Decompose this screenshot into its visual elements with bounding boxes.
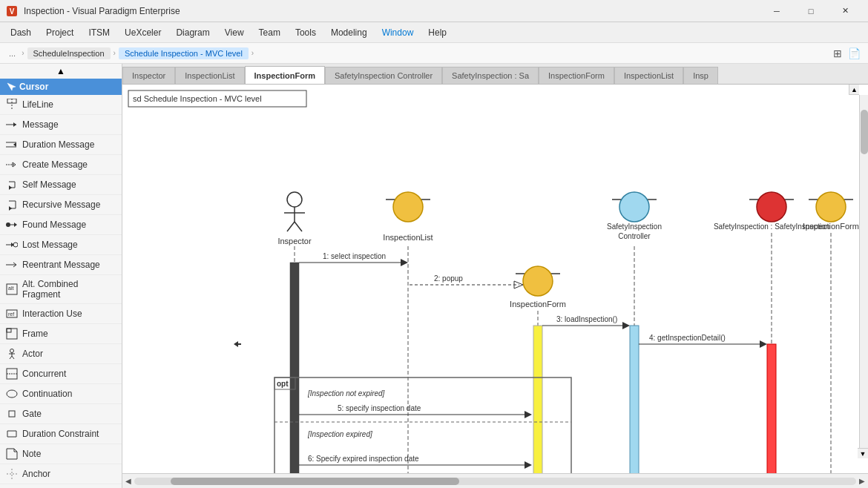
menu-diagram[interactable]: Diagram: [168, 24, 217, 41]
sidebar-item-found-message[interactable]: Found Message: [0, 215, 122, 235]
window-controls: ─ □ ✕: [760, 0, 862, 22]
tab-insp[interactable]: Insp: [683, 67, 718, 84]
lifeline-inspector: Inspector: [277, 192, 312, 473]
menu-project[interactable]: Project: [39, 24, 81, 41]
svg-point-75: [816, 192, 846, 222]
close-button[interactable]: ✕: [828, 0, 862, 22]
lifeline-inspectionform: InspectionForm: [510, 266, 566, 473]
vertical-scrollbar[interactable]: [859, 95, 868, 448]
svg-rect-27: [7, 329, 11, 332]
breadcrumb-schedule-inspection[interactable]: ScheduleInspection: [27, 47, 111, 59]
tab-safetyinspection-sa[interactable]: SafetyInspection : Sa: [442, 67, 539, 84]
scroll-right-btn[interactable]: ▶: [859, 477, 865, 485]
menu-team[interactable]: Team: [251, 24, 288, 41]
sidebar-item-duration-constraint[interactable]: Duration Constraint: [0, 424, 122, 444]
tab-inspectionform-2[interactable]: InspectionForm: [539, 67, 614, 84]
svg-point-55: [393, 192, 423, 222]
svg-text:ref: ref: [8, 311, 14, 317]
sidebar-item-alt-fragment[interactable]: alt Alt. Combined Fragment: [0, 275, 122, 304]
content-area: Inspector InspectionList InspectionForm …: [122, 64, 868, 488]
sidebar-item-concurrent[interactable]: Concurrent: [0, 364, 122, 384]
concurrent-icon: [6, 368, 18, 380]
found-message-label: Found Message: [22, 220, 86, 230]
sidebar-item-constraint[interactable]: {c} Constraint: [0, 484, 122, 488]
tab-inspectionlist-1[interactable]: InspectionList: [175, 67, 244, 84]
sidebar-item-recursive-message[interactable]: Recursive Message: [0, 195, 122, 215]
scroll-up-btn[interactable]: ▲: [849, 85, 859, 95]
svg-marker-5: [13, 122, 16, 127]
message-label: Message: [22, 119, 59, 130]
diagram-icon-1[interactable]: ⊞: [832, 46, 844, 61]
sidebar-item-duration-message[interactable]: Duration Message: [0, 135, 122, 155]
svg-point-28: [10, 349, 14, 353]
sidebar-item-lifeline[interactable]: LifeLine: [0, 95, 122, 115]
cursor-icon: [6, 82, 16, 92]
sidebar-scroll-up[interactable]: ▲: [0, 64, 122, 79]
menu-tools[interactable]: Tools: [288, 24, 323, 41]
tab-inspectionform-1[interactable]: InspectionForm: [245, 66, 326, 84]
lifeline-label: LifeLine: [22, 99, 53, 110]
sidebar-item-message[interactable]: Message: [0, 115, 122, 135]
sidebar-item-reentrant-message[interactable]: Reentrant Message: [0, 255, 122, 275]
svg-text:6: Specify expired inspection : 6: Specify expired inspection date: [308, 455, 419, 463]
tab-inspector[interactable]: Inspector: [122, 67, 175, 84]
svg-text:[Inspection not expired]: [Inspection not expired]: [307, 389, 385, 398]
svg-point-13: [6, 222, 10, 227]
sidebar-item-create-message[interactable]: Create Message: [0, 155, 122, 175]
maximize-button[interactable]: □: [794, 0, 828, 22]
menu-help[interactable]: Help: [421, 24, 454, 41]
tab-inspectionlist-2[interactable]: InspectionList: [614, 67, 683, 84]
sidebar-item-frame[interactable]: Frame: [0, 324, 122, 344]
svg-marker-11: [9, 185, 12, 190]
menubar: Dash Project ITSM UeXceler Diagram View …: [0, 22, 868, 43]
frame-label: Frame: [22, 329, 48, 339]
minimize-button[interactable]: ─: [760, 0, 794, 22]
tab-safetyinspection-controller[interactable]: SafetyInspection Controller: [325, 67, 442, 84]
menu-itsm[interactable]: ITSM: [81, 24, 117, 41]
create-message-label: Create Message: [22, 159, 88, 170]
sidebar-item-gate[interactable]: Gate: [0, 404, 122, 424]
concurrent-label: Concurrent: [22, 369, 66, 379]
scroll-down-btn[interactable]: ▼: [858, 448, 868, 458]
svg-rect-62: [533, 326, 542, 473]
menu-window[interactable]: Window: [375, 24, 421, 41]
svg-text:[Inspection expired]: [Inspection expired]: [307, 430, 372, 438]
svg-text:opt: opt: [277, 380, 289, 388]
menu-dash[interactable]: Dash: [3, 24, 39, 41]
svg-marker-83: [401, 259, 408, 266]
lifeline-safetyinspection-controller: SafetyInspection Controller: [607, 192, 662, 473]
bottom-scrollbar[interactable]: ◀ ▶: [122, 473, 868, 488]
diagram-icon-2[interactable]: 📄: [846, 46, 862, 61]
menu-uexceler[interactable]: UeXceler: [117, 24, 168, 41]
svg-rect-26: [7, 329, 17, 339]
recursive-message-icon: [6, 199, 18, 211]
svg-rect-68: [630, 326, 639, 473]
scroll-track[interactable]: [134, 478, 856, 485]
self-message-icon: [6, 179, 18, 191]
svg-line-32: [12, 356, 14, 359]
sidebar-item-lost-message[interactable]: Lost Message: [0, 235, 122, 255]
breadcrumb-mvc-level[interactable]: Schedule Inspection - MVC level: [119, 47, 249, 59]
svg-marker-104: [525, 461, 532, 469]
sidebar-item-self-message[interactable]: Self Message: [0, 175, 122, 195]
reentrant-message-label: Reentrant Message: [22, 260, 100, 270]
menu-modeling[interactable]: Modeling: [323, 24, 375, 41]
menu-view[interactable]: View: [217, 24, 251, 41]
svg-marker-101: [525, 411, 532, 418]
interaction-use-label: Interaction Use: [22, 309, 82, 319]
titlebar: V Inspection - Visual Paradigm Enterpris…: [0, 0, 868, 22]
svg-text:SafetyInspection: SafetyInspection: [607, 222, 662, 231]
sidebar-item-note[interactable]: Note: [0, 444, 122, 464]
sidebar-item-actor[interactable]: Actor: [0, 344, 122, 364]
window-title: Inspection - Visual Paradigm Enterprise: [24, 6, 760, 16]
scroll-left-btn[interactable]: ◀: [125, 477, 131, 485]
diagram-area[interactable]: ▲ ▼ sd Schedule Inspection - MVC level: [122, 85, 868, 473]
scroll-thumb[interactable]: [171, 478, 459, 485]
breadcrumb-nav[interactable]: ...: [6, 47, 19, 59]
sidebar-item-continuation[interactable]: Continuation: [0, 384, 122, 404]
note-icon: [6, 448, 18, 460]
sidebar-item-anchor[interactable]: Anchor: [0, 464, 122, 484]
sidebar-item-interaction-use[interactable]: ref Interaction Use: [0, 304, 122, 324]
svg-point-59: [523, 266, 553, 296]
svg-text:alt: alt: [8, 286, 13, 291]
